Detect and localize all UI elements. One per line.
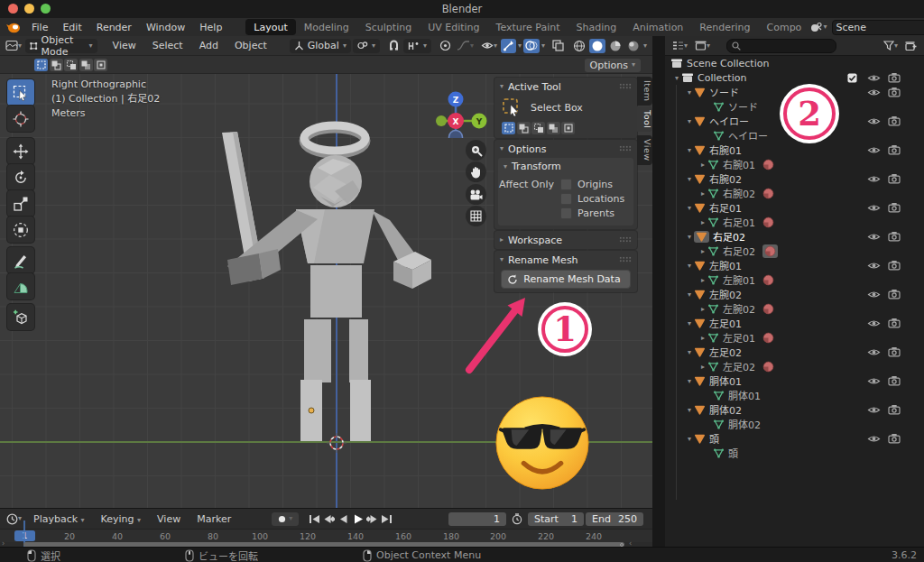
select-mode-invert-icon[interactable] [79, 59, 93, 71]
overlays-dropdown-chevron[interactable]: ▾ [541, 42, 545, 50]
outliner-object-row[interactable]: ▾ 左足02 [665, 345, 924, 359]
viewport-menu-add[interactable]: Add [191, 40, 226, 51]
workspace-tab-animation[interactable]: Animation [624, 19, 691, 35]
disable-in-renders-icon[interactable] [888, 433, 901, 444]
outliner-search-input[interactable] [726, 39, 836, 53]
sidebar-tab-tool[interactable]: Tool [637, 106, 652, 132]
select-mode-extend-icon[interactable] [50, 59, 63, 71]
collapse-icon[interactable]: ▾ [685, 88, 694, 97]
active-tool-header[interactable]: ▾ Active Tool [494, 79, 637, 94]
outliner-row-collection[interactable]: ▾ Collection [665, 70, 924, 85]
hide-in-viewport-icon[interactable] [867, 376, 881, 386]
workspace-tab-texture-paint[interactable]: Texture Paint [488, 19, 568, 35]
menu-edit[interactable]: Edit [55, 20, 88, 35]
viewport-menu-object[interactable]: Object [226, 40, 275, 51]
material-icon[interactable] [762, 244, 778, 258]
frame-end-field[interactable]: End 250 [586, 512, 643, 526]
camera-view-icon[interactable] [466, 184, 486, 205]
current-frame-indicator[interactable]: 1 [14, 530, 35, 541]
select-mode-extend-icon[interactable] [517, 122, 531, 134]
options-header[interactable]: ▾ Options [494, 142, 637, 156]
outliner-meshdata-row[interactable]: ▸ 右腕02 [665, 186, 924, 200]
collapse-icon[interactable]: ▾ [685, 175, 694, 183]
select-mode-intersect-icon[interactable] [561, 122, 575, 134]
prev-keyframe-button[interactable] [322, 512, 336, 526]
rename-mesh-header[interactable]: ▾ Rename Mesh [494, 253, 637, 267]
outliner-object-row[interactable]: ▾ 右腕01 [665, 143, 924, 157]
collapse-icon[interactable]: ▾ [685, 233, 694, 241]
shading-rendered-icon[interactable] [625, 39, 642, 53]
outliner-object-row[interactable]: ▾ 左腕01 [665, 258, 924, 272]
editor-type-icon[interactable]: ▾ [4, 39, 23, 53]
blender-logo-icon[interactable] [5, 21, 21, 33]
outliner-meshdata-row[interactable]: ▸ 左足01 [665, 330, 924, 345]
panel-grip[interactable] [619, 83, 632, 90]
pivot-point-dropdown[interactable]: ▾ [353, 39, 380, 53]
disable-in-renders-icon[interactable] [888, 87, 901, 97]
hide-in-viewport-icon[interactable] [867, 434, 881, 444]
outliner-row-scene-collection[interactable]: Scene Collection [665, 56, 924, 70]
navigation-gizmo[interactable]: Z Y X [433, 82, 487, 138]
collapse-icon[interactable]: ▾ [685, 117, 694, 125]
rename-mesh-data-button[interactable]: Rename Mesh Data [501, 270, 631, 289]
outliner-object-row[interactable]: ▾ 右腕02 [665, 171, 924, 186]
timeline-menu-view[interactable]: View [149, 513, 189, 525]
hide-in-viewport-icon[interactable] [867, 174, 881, 184]
collapse-icon[interactable]: ▾ [685, 406, 694, 414]
material-icon[interactable] [762, 303, 774, 315]
options-dropdown-button[interactable]: Options ▾ [585, 59, 641, 72]
select-mode-subtract-icon[interactable] [64, 59, 78, 71]
disable-in-renders-icon[interactable] [888, 115, 901, 126]
timeline-editor-type-icon[interactable]: ▾ [5, 511, 23, 526]
workspace-tab-sculpting[interactable]: Sculpting [357, 19, 420, 35]
menu-file[interactable]: File [24, 20, 55, 35]
disable-in-renders-icon[interactable] [888, 72, 901, 83]
disable-in-renders-icon[interactable] [888, 231, 901, 242]
tool-measure[interactable] [7, 273, 34, 299]
tool-select-box[interactable] [7, 79, 34, 106]
collapse-icon[interactable]: ▾ [685, 319, 694, 327]
snap-toggle-icon[interactable] [386, 39, 402, 53]
outliner-meshdata-row[interactable]: ▸ 右腕01 [665, 157, 924, 171]
workspace-tab-modeling[interactable]: Modeling [296, 19, 357, 35]
menu-window[interactable]: Window [139, 20, 192, 35]
auto-keying-button[interactable]: ▾ [272, 512, 299, 526]
hide-in-viewport-icon[interactable] [867, 347, 881, 357]
outliner-meshdata-row[interactable]: ▸ 右足02 [665, 244, 924, 258]
timeline-ruler[interactable]: 1 20406080100120140160180200220240 [0, 529, 652, 542]
tool-rotate[interactable] [7, 164, 34, 190]
timeline-menu-keying[interactable]: Keying ▾ [93, 513, 149, 525]
outliner-meshdata-row[interactable]: ▸ 左腕02 [665, 301, 924, 316]
outliner-object-row[interactable]: ▾ 右足01 [665, 200, 924, 215]
panel-grip[interactable] [619, 145, 632, 152]
disable-in-renders-icon[interactable] [888, 375, 901, 386]
sidebar-tab-view[interactable]: View [637, 135, 652, 165]
proportional-falloff-dropdown[interactable]: ▾ [455, 39, 476, 53]
expand-icon[interactable]: ▸ [698, 161, 707, 169]
select-mode-subtract-icon[interactable] [531, 122, 545, 134]
expand-icon[interactable]: ▸ [698, 189, 707, 198]
workspace-tab-shading[interactable]: Shading [568, 19, 625, 35]
collapse-icon[interactable]: ▾ [685, 435, 694, 443]
collapse-icon[interactable]: ▾ [685, 348, 694, 356]
outliner-meshdata-row[interactable]: ▸ 左腕01 [665, 272, 924, 287]
toggle-grid-icon[interactable] [466, 206, 486, 226]
expand-icon[interactable]: ▸ [698, 363, 707, 371]
viewport-menu-select[interactable]: Select [144, 40, 191, 51]
shading-dropdown-chevron[interactable]: ▾ [643, 42, 647, 50]
outliner-object-row[interactable]: ▾ 左足01 [665, 316, 924, 330]
material-icon[interactable] [762, 274, 774, 286]
xray-toggle-icon[interactable] [550, 39, 566, 53]
outliner-filter-icon[interactable]: ▾ [882, 39, 900, 53]
outliner-meshdata-row[interactable]: 頭 [665, 446, 924, 460]
outliner-meshdata-row[interactable]: 胴体01 [665, 388, 924, 402]
gizmos-dropdown-chevron[interactable]: ▾ [518, 42, 522, 50]
scene-name-field[interactable]: Scene [832, 20, 924, 35]
next-keyframe-button[interactable] [365, 512, 379, 526]
hide-in-viewport-icon[interactable] [867, 203, 881, 213]
hide-in-viewport-icon[interactable] [867, 73, 881, 83]
panel-grip[interactable] [619, 256, 632, 263]
hide-in-viewport-icon[interactable] [867, 261, 881, 271]
outliner-meshdata-row[interactable]: ▸ 右足01 [665, 215, 924, 229]
play-reverse-button[interactable] [337, 512, 350, 526]
